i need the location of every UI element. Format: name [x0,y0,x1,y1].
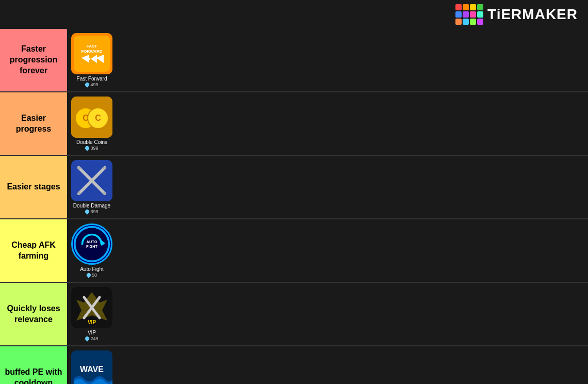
tier-label-easier-progress: Easier progress [0,92,67,155]
header: TiERMAKER [0,0,588,29]
item-name: Fast Forward [77,76,107,82]
list-item[interactable]: AUTO FIGHT Auto Fight 50 [71,223,112,278]
logo-text: TiERMAKER [487,6,578,23]
tier-row-buffed-pe: buffed PE with cooldown WAVE Tidal Wave … [0,346,588,384]
list-item[interactable]: Double Damage 399 [71,160,112,214]
tier-row-easier-stages: Easier stages Double Damage [0,156,588,219]
tier-label-cheap-afk: Cheap AFK farming [0,219,67,282]
item-price: 499 [85,82,98,87]
list-item[interactable]: WAVE Tidal Wave 99 [71,350,112,384]
svg-text:FIGHT: FIGHT [86,244,98,249]
logo-cell [470,4,476,10]
item-price: 249 [85,336,98,341]
gem-icon [85,335,90,341]
logo-cell [477,11,483,18]
item-price: 50 [87,273,97,278]
tidal-wave-icon: WAVE [71,350,112,384]
logo-cell [477,4,483,10]
tier-items-quickly-loses: VIP VIP 249 [67,283,588,345]
tier-row-quickly-loses: Quickly loses relevance VIP VIP 2 [0,283,588,346]
vip-icon: VIP [71,287,112,328]
tier-items-easier-stages: Double Damage 399 [67,156,588,218]
logo-cell [470,19,476,25]
tier-items-cheap-afk: AUTO FIGHT Auto Fight 50 [67,219,588,282]
tier-row-easier-progress: Easier progress C C Double Coins 399 [0,92,588,156]
logo-cell [463,4,469,10]
logo-cell [455,4,462,10]
item-name: Double Coins [76,139,107,146]
tier-items-easier-progress: C C Double Coins 399 [67,92,588,155]
tier-label-quickly-loses: Quickly loses relevance [0,283,67,345]
list-item[interactable]: FAST FORWARD Fast Forward 499 [71,33,112,87]
svg-text:C: C [83,114,89,122]
logo-cell [477,19,483,25]
svg-text:VIP: VIP [88,319,96,325]
gem-icon [86,272,91,278]
tier-row-cheap-afk: Cheap AFK farming AUTO FIGHT Auto Fight [0,219,588,283]
tier-label-faster-progression: Faster progression forever [0,29,67,91]
gem-icon [85,209,90,214]
logo-cell [463,11,469,18]
item-name: Double Damage [73,203,110,209]
list-item[interactable]: VIP VIP 249 [71,287,112,341]
item-price: 399 [85,209,98,214]
gem-icon [85,82,90,87]
item-name: VIP [88,330,96,336]
fast-forward-icon: FAST FORWARD [71,33,112,74]
tier-label-buffed-pe: buffed PE with cooldown [0,346,67,384]
svg-text:FAST: FAST [87,44,97,49]
logo-grid-icon [455,4,483,25]
tier-items-faster-progression: FAST FORWARD Fast Forward 499 [67,29,588,91]
tier-row-faster-progression: Faster progression forever FAST FORWARD … [0,29,588,92]
logo-cell [455,19,462,25]
tier-label-easier-stages: Easier stages [0,156,67,218]
svg-rect-1 [74,36,110,72]
svg-text:FORWARD: FORWARD [81,49,102,54]
logo-cell [463,19,469,25]
svg-text:WAVE: WAVE [80,365,104,374]
auto-fight-icon: AUTO FIGHT [71,223,112,265]
double-coins-icon: C C [71,97,112,138]
tiermaker-logo: TiERMAKER [455,4,578,25]
double-damage-icon [71,160,112,201]
logo-cell [470,11,476,18]
item-name: Auto Fight [80,266,104,273]
svg-text:AUTO: AUTO [87,239,97,244]
logo-cell [455,11,462,18]
list-item[interactable]: C C Double Coins 399 [71,97,112,151]
item-price: 399 [85,146,98,151]
tier-items-buffed-pe: WAVE Tidal Wave 99 [67,346,588,384]
gem-icon [85,145,90,151]
tier-list: Faster progression forever FAST FORWARD … [0,29,588,384]
svg-text:C: C [95,114,101,122]
